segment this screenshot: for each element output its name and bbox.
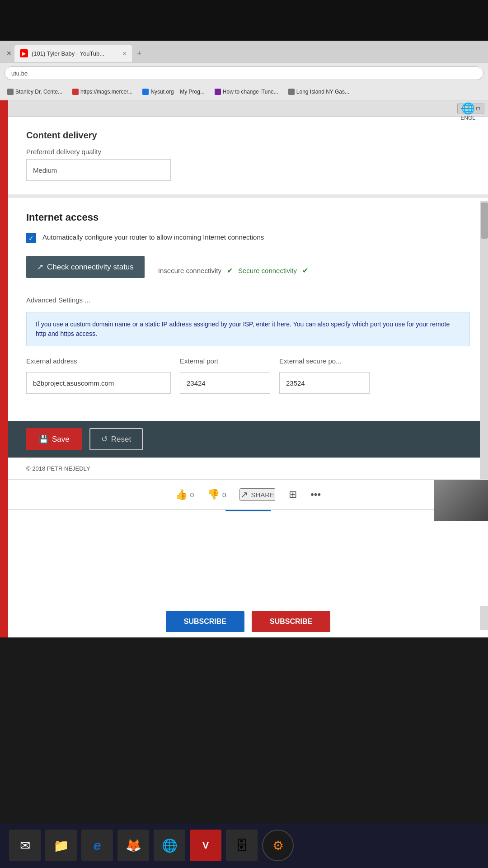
vnc-icon: V bbox=[202, 840, 209, 851]
main-content: — □ 🌐 ENGL Content delivery Preferred de… bbox=[0, 100, 488, 637]
tab-bar: ✕ ▶ (101) Tyler Baby - YouTub... × + bbox=[0, 41, 488, 63]
dislike-button[interactable]: 👎 0 bbox=[207, 489, 226, 500]
external-fields-row: External address External port External … bbox=[26, 357, 470, 394]
external-address-group: External address bbox=[26, 357, 171, 394]
check-connectivity-button[interactable]: ↗ Check connectivity status bbox=[26, 256, 145, 278]
subscribe-button[interactable]: SUBSCRIBE bbox=[166, 611, 244, 632]
more-options-button[interactable]: ••• bbox=[310, 489, 321, 500]
bookmark-2-label: https://mags.mercer... bbox=[80, 89, 132, 95]
like-count: 0 bbox=[190, 491, 194, 499]
tab-favicon: ▶ bbox=[20, 49, 28, 57]
preferred-quality-label: Preferred delivery quality bbox=[26, 148, 470, 156]
external-secure-port-label: External secure po... bbox=[279, 357, 370, 365]
email-icon: ✉ bbox=[20, 838, 30, 853]
bookmark-2[interactable]: https://mags.mercer... bbox=[69, 87, 136, 96]
external-port-input[interactable] bbox=[180, 372, 270, 394]
external-secure-port-input[interactable] bbox=[279, 372, 370, 394]
subscribe-alt-button[interactable]: SUBSCRIBE bbox=[252, 611, 330, 632]
internet-access-section: Internet access ✓ Automatically configur… bbox=[8, 198, 488, 421]
bookmark-4-favicon bbox=[215, 89, 221, 95]
share-button[interactable]: ↗ SHARE bbox=[239, 488, 275, 501]
share-label: SHARE bbox=[251, 491, 274, 499]
bookmark-3-label: Nysut.org – My Prog... bbox=[150, 89, 204, 95]
taskbar-email-icon[interactable]: ✉ bbox=[9, 830, 41, 861]
bookmark-3-favicon bbox=[142, 89, 149, 95]
taskbar-files-icon[interactable]: 📁 bbox=[45, 830, 77, 861]
bookmark-5-label: Long Island NY Gas... bbox=[296, 89, 349, 95]
bookmark-2-favicon bbox=[72, 89, 79, 95]
external-address-input[interactable] bbox=[26, 372, 171, 394]
bookmark-1-label: Stanley Dr, Cente... bbox=[15, 89, 62, 95]
external-address-label: External address bbox=[26, 357, 171, 365]
bookmark-3[interactable]: Nysut.org – My Prog... bbox=[139, 87, 208, 96]
taskbar: ✉ 📁 e 🦊 🌐 V 🗄 ⚙ bbox=[0, 823, 488, 868]
external-port-label: External port bbox=[180, 357, 270, 365]
storage-icon: 🗄 bbox=[235, 838, 248, 853]
sidebar-strip bbox=[0, 100, 8, 637]
dislike-count: 0 bbox=[222, 491, 226, 499]
external-port-group: External port bbox=[180, 357, 270, 394]
bookmark-5-favicon bbox=[288, 89, 295, 95]
save-button[interactable]: 💾 Save bbox=[26, 428, 82, 450]
app-window: — □ 🌐 ENGL Content delivery Preferred de… bbox=[8, 100, 488, 479]
bookmark-4[interactable]: How to change iTune... bbox=[211, 87, 282, 96]
auto-configure-label: Automatically configure your router to a… bbox=[42, 232, 264, 242]
thumb-up-icon: 👍 bbox=[175, 489, 188, 500]
chrome-icon: 🌐 bbox=[162, 838, 178, 853]
bookmark-5[interactable]: Long Island NY Gas... bbox=[285, 87, 353, 96]
top-black-bar bbox=[0, 0, 488, 41]
taskbar-storage-icon[interactable]: 🗄 bbox=[226, 830, 258, 861]
checkbox-check-icon: ✓ bbox=[28, 235, 34, 242]
like-button[interactable]: 👍 0 bbox=[175, 489, 194, 500]
add-to-playlist-button[interactable]: ⊞ bbox=[289, 489, 297, 500]
connectivity-row: ↗ Check connectivity status Insecure con… bbox=[26, 256, 470, 285]
external-secure-port-group: External secure po... bbox=[279, 357, 370, 394]
window-close-btn[interactable]: ✕ bbox=[4, 48, 14, 59]
content-delivery-title: Content delivery bbox=[26, 130, 470, 141]
save-label: Save bbox=[52, 435, 70, 444]
tab-title: (101) Tyler Baby - YouTub... bbox=[32, 50, 119, 57]
footer-action-bar: 💾 Save ↺ Reset bbox=[8, 421, 488, 458]
more-icon: ••• bbox=[310, 489, 321, 500]
yt-action-buttons: SUBSCRIBE SUBSCRIBE bbox=[8, 606, 488, 637]
insecure-check-icon: ✔ bbox=[227, 266, 233, 275]
secure-connectivity-label: Secure connectivity bbox=[238, 267, 297, 274]
advanced-settings-link[interactable]: Advanced Settings ... bbox=[26, 296, 470, 304]
taskbar-vnc-icon[interactable]: V bbox=[190, 830, 221, 861]
address-input[interactable] bbox=[5, 66, 483, 80]
scrollbar-thumb[interactable] bbox=[481, 203, 488, 239]
internet-access-title: Internet access bbox=[26, 212, 470, 223]
yt-interaction-bar: 👍 0 👎 0 ↗ SHARE ⊞ ••• bbox=[8, 480, 488, 510]
bookmarks-bar: Stanley Dr, Cente... https://mags.mercer… bbox=[0, 83, 488, 100]
bookmark-1[interactable]: Stanley Dr, Cente... bbox=[4, 87, 66, 96]
copyright-bar: © 2018 PETR NEJEDLY bbox=[8, 458, 488, 479]
copyright-text: © 2018 PETR NEJEDLY bbox=[26, 465, 90, 472]
info-text: If you use a custom domain name or a sta… bbox=[36, 321, 450, 337]
address-bar bbox=[0, 63, 488, 83]
add-icon: ⊞ bbox=[289, 489, 297, 500]
insecure-connectivity-label: Insecure connectivity bbox=[158, 267, 221, 274]
taskbar-firefox-icon[interactable]: 🦊 bbox=[117, 830, 149, 861]
content-delivery-section: Content delivery Preferred delivery qual… bbox=[8, 117, 488, 198]
language-label[interactable]: ENGL bbox=[460, 115, 475, 121]
connectivity-status-row: Insecure connectivity ✔ Secure connectiv… bbox=[158, 266, 308, 275]
window-titlebar: — □ bbox=[8, 100, 488, 117]
check-connectivity-label: Check connectivity status bbox=[47, 263, 134, 272]
auto-configure-checkbox[interactable]: ✓ bbox=[26, 233, 36, 243]
new-tab-button[interactable]: + bbox=[132, 46, 146, 61]
check-connectivity-icon: ↗ bbox=[37, 262, 43, 272]
globe-icon: 🌐 bbox=[461, 102, 475, 115]
taskbar-ie-icon[interactable]: e bbox=[81, 830, 113, 861]
taskbar-settings-icon[interactable]: ⚙ bbox=[262, 830, 294, 861]
auto-configure-row: ✓ Automatically configure your router to… bbox=[26, 232, 470, 243]
maximize-icon: □ bbox=[476, 105, 479, 112]
share-icon: ↗ bbox=[240, 489, 248, 500]
taskbar-chrome-icon[interactable]: 🌐 bbox=[154, 830, 185, 861]
preferred-quality-input[interactable] bbox=[26, 159, 171, 181]
browser-tab-active[interactable]: ▶ (101) Tyler Baby - YouTub... × bbox=[14, 45, 132, 62]
tab-close-icon[interactable]: × bbox=[123, 50, 127, 57]
yt-thumbnail bbox=[434, 480, 488, 521]
gear-icon: ⚙ bbox=[272, 838, 284, 853]
reset-button[interactable]: ↺ Reset bbox=[89, 428, 143, 450]
bookmark-4-label: How to change iTune... bbox=[223, 89, 278, 95]
